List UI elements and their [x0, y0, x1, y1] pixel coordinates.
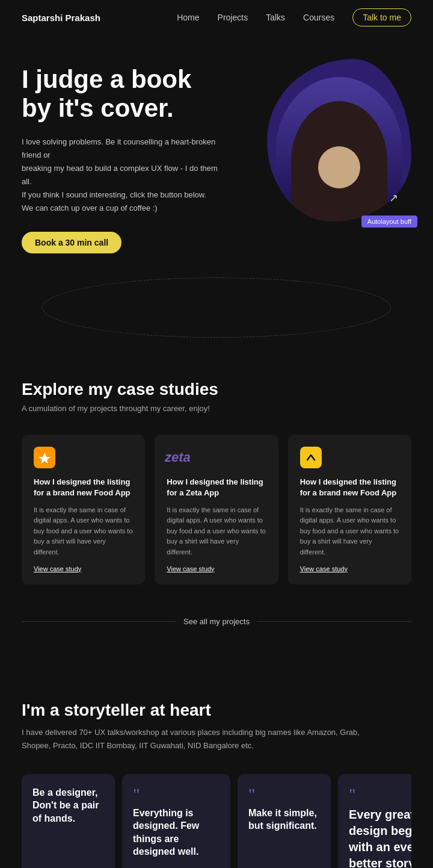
hero-description: I love solving problems. Be it counselli… — [22, 135, 226, 215]
hero-title: I judge a book by it's cover. — [22, 65, 226, 123]
nav-link-talks[interactable]: Talks — [266, 13, 285, 22]
case-study-card-1: How I designed the listing for a brand n… — [22, 435, 145, 584]
cursor-icon: ↗ — [389, 191, 398, 205]
card-title-2: How I designed the listing for a Zeta Ap… — [167, 477, 266, 498]
nav-link-courses[interactable]: Courses — [303, 13, 334, 22]
hero-person-image — [276, 77, 402, 222]
talk-card-text-1: Be a designer, Don't be a pair of hands. — [32, 786, 104, 825]
card-link-1[interactable]: View case study — [34, 565, 133, 572]
case-studies-subtitle: A cumulation of my projects throught my … — [22, 404, 411, 413]
hero-image-area: ↗ Autolayout buff — [255, 59, 411, 234]
nav-link-projects[interactable]: Projects — [218, 13, 248, 22]
dotted-circle-decoration — [0, 271, 433, 344]
case-studies-section: Explore my case studies A cumulation of … — [0, 350, 433, 664]
talk-card-3: " Make it simple, but significant. Natio… — [238, 774, 331, 868]
talk-to-me-button[interactable]: Talk to me — [352, 8, 411, 26]
dotted-circle — [42, 277, 391, 338]
card-link-3[interactable]: View case study — [300, 565, 399, 572]
nav-link-home[interactable]: Home — [177, 13, 199, 22]
see-all-projects-row: See all my projects — [22, 609, 411, 634]
card-link-2[interactable]: View case study — [167, 565, 266, 572]
talk-card-text-4: Every great design begins with an even b… — [349, 807, 411, 868]
book-call-button[interactable]: Book a 30 min call — [22, 232, 121, 253]
talk-card-text-2: Everything is designed. Few things are d… — [133, 807, 220, 858]
see-all-text[interactable]: See all my projects — [183, 617, 250, 626]
card-icon-zeta: zeta — [167, 447, 188, 468]
case-studies-title: Explore my case studies — [22, 380, 411, 399]
card-icon-food — [34, 447, 55, 468]
talk-card-1: Be a designer, Don't be a pair of hands.… — [22, 774, 115, 868]
card-desc-3: It is exactly the same in case of digita… — [300, 505, 399, 558]
card-icon-app — [300, 447, 322, 468]
storyteller-desc: I have delivered 70+ UX talks/workshop a… — [22, 726, 382, 752]
talk-cards-row: Be a designer, Don't be a pair of hands.… — [22, 774, 411, 868]
card-desc-2: It is exactly the same in case of digita… — [167, 505, 266, 558]
talk-card-text-3: Make it simple, but significant. — [248, 807, 320, 832]
autolayout-badge: Autolayout buff — [361, 215, 417, 228]
nav-logo: Saptarshi Prakash — [22, 13, 100, 23]
talk-card-quote-2: " — [133, 786, 220, 803]
case-study-card-3: How I designed the listing for a brand n… — [288, 435, 411, 584]
svg-marker-0 — [38, 453, 51, 463]
hero-section: I judge a book by it's cover. I love sol… — [0, 35, 433, 265]
storyteller-title: I'm a storyteller at heart — [22, 701, 411, 720]
card-title-3: How I designed the listing for a brand n… — [300, 477, 399, 498]
card-title-1: How I designed the listing for a brand n… — [34, 477, 133, 498]
talk-card-4: " Every great design begins with an even… — [338, 774, 411, 868]
talk-card-2: " Everything is designed. Few things are… — [122, 774, 230, 868]
case-study-card-2: zeta How I designed the listing for a Ze… — [155, 435, 278, 584]
see-all-line-left — [22, 621, 176, 622]
storyteller-section: I'm a storyteller at heart I have delive… — [0, 665, 433, 869]
navbar: Saptarshi Prakash Home Projects Talks Co… — [0, 0, 433, 35]
talk-card-quote-4: " — [349, 786, 411, 803]
cards-grid: How I designed the listing for a brand n… — [22, 435, 411, 584]
see-all-line-right — [257, 621, 411, 622]
nav-links: Home Projects Talks Courses Talk to me — [177, 8, 411, 26]
talk-card-quote-3: " — [248, 786, 320, 803]
card-desc-1: It is exactly the same in case of digita… — [34, 505, 133, 558]
hero-text: I judge a book by it's cover. I love sol… — [22, 59, 226, 253]
